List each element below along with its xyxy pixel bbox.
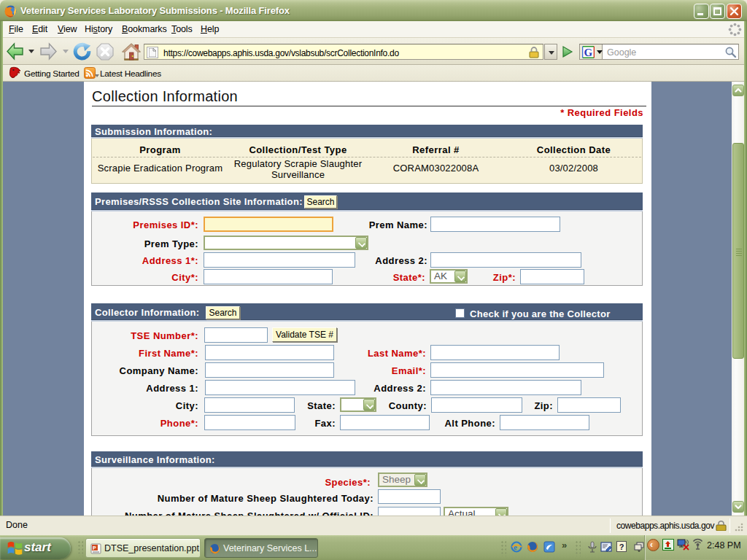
svg-text:e: e (514, 542, 517, 551)
svg-text:P: P (93, 545, 96, 551)
svg-text:G: G (584, 47, 593, 58)
